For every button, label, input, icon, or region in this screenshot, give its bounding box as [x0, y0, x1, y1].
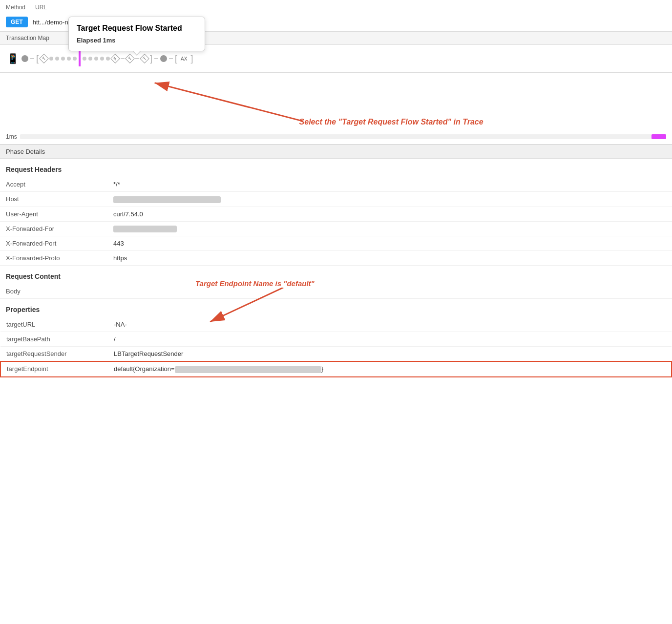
prop-key-targetendpoint: targetEndpoint — [0, 361, 108, 377]
header-key-host: Host — [0, 192, 107, 207]
table-row: User-Agent curl/7.54.0 — [0, 207, 672, 221]
prop-val-targetrequestsender: LBTargetRequestSender — [108, 347, 672, 362]
timeline-label: 1ms — [6, 133, 17, 140]
connector-1 — [30, 58, 34, 59]
header-key-xforwardedproto: X-Forwarded-Proto — [0, 251, 107, 266]
connector-5 — [169, 58, 173, 59]
prop-val-targeturl: -NA- — [108, 317, 672, 332]
header-val-xforwardedfor — [107, 221, 672, 236]
tooltip-arrow — [132, 51, 141, 56]
table-row-targetendpoint: targetEndpoint default{Organization= } — [0, 361, 672, 377]
device-icon: 📱 — [6, 52, 20, 65]
mini-circle-9 — [100, 57, 104, 61]
node-circle-2 — [160, 55, 167, 62]
table-row: X-Forwarded-Port 443 — [0, 236, 672, 251]
mini-circle-6 — [83, 57, 86, 61]
svg-line-3 — [210, 288, 283, 322]
node-ax[interactable]: AX — [179, 56, 189, 62]
url-label: URL — [35, 4, 47, 11]
annotation2-arrow — [195, 288, 342, 327]
prop-key-targetbasepath: targetBasePath — [0, 332, 108, 347]
method-label: Method — [6, 4, 25, 11]
table-row: targetRequestSender LBTargetRequestSende… — [0, 347, 672, 362]
bracket-right-2: ] — [190, 54, 193, 63]
diamond-t3[interactable]: T — [141, 55, 148, 62]
header-val-accept: */* — [107, 177, 672, 192]
header-key-xforwardedfor: X-Forwarded-For — [0, 221, 107, 236]
annotation2-text: Target Endpoint Name is "default" — [195, 279, 342, 288]
diamond-t2[interactable]: T — [126, 55, 133, 62]
content-val-body — [107, 284, 672, 299]
table-row: Host — [0, 192, 672, 207]
mini-circle-7 — [88, 57, 92, 61]
arrow-annotation: Select the "Target Request Flow Started"… — [6, 73, 666, 131]
request-content-wrapper: Target Endpoint Name is "default" Body — [0, 284, 672, 299]
bracket-right-1: ] — [150, 54, 152, 63]
tooltip-title: Target Request Flow Started — [77, 24, 195, 33]
bracket-left-1: [ — [36, 54, 39, 63]
mini-circle-10 — [106, 57, 110, 61]
transaction-map-label: Transaction Map — [6, 35, 49, 42]
timeline-fill — [651, 134, 666, 139]
blurred-org — [175, 366, 321, 373]
diamond-t1[interactable]: T — [41, 55, 47, 62]
connector-4 — [154, 58, 158, 59]
header-key-xforwardedport: X-Forwarded-Port — [0, 236, 107, 251]
content-key-body: Body — [0, 284, 107, 299]
top-bar: GET htt.../demo-noactivetargets Target R… — [0, 13, 672, 32]
mini-circle-4 — [67, 57, 71, 61]
timeline-track — [20, 134, 666, 139]
connector-2 — [121, 58, 125, 59]
table-row: Accept */* — [0, 177, 672, 192]
prop-val-targetbasepath: / — [108, 332, 672, 347]
tooltip-popup: Target Request Flow Started Elapsed 1ms — [68, 17, 205, 51]
prop-key-targeturl: targetURL — [0, 317, 108, 332]
blurred-host — [113, 196, 221, 203]
request-headers-table: Accept */* Host User-Agent curl/7.54.0 X… — [0, 177, 672, 266]
header-val-host — [107, 192, 672, 207]
elapsed-label: Elapsed — [77, 37, 101, 44]
table-row: X-Forwarded-Proto https — [0, 251, 672, 266]
header-key-accept: Accept — [0, 177, 107, 192]
mini-circle-2 — [55, 57, 59, 61]
phase-details-header: Phase Details — [0, 145, 672, 159]
table-row: targetBasePath / — [0, 332, 672, 347]
diamond-f[interactable]: F — [112, 55, 119, 62]
table-row: X-Forwarded-For — [0, 221, 672, 236]
mini-circle-3 — [61, 57, 65, 61]
prop-val-targetendpoint: default{Organization= } — [108, 361, 672, 377]
mini-circle-5 — [73, 57, 77, 61]
trace-row: 📱 [ T F T — [6, 50, 666, 67]
prop-key-targetrequestsender: targetRequestSender — [0, 347, 108, 362]
mini-circle-8 — [94, 57, 98, 61]
header-val-xforwardedport: 443 — [107, 236, 672, 251]
timeline-bar-area: 1ms — [0, 131, 672, 145]
annotation1-text: Select the "Target Request Flow Started"… — [299, 118, 483, 126]
timeline-row: 1ms — [6, 133, 666, 140]
connector-3 — [135, 58, 139, 59]
node-circle-1 — [21, 55, 28, 62]
highlight-pipe[interactable] — [79, 51, 81, 66]
request-headers-title: Request Headers — [0, 159, 672, 177]
method-button[interactable]: GET — [6, 17, 28, 27]
header-val-xforwardedproto: https — [107, 251, 672, 266]
svg-line-1 — [155, 83, 304, 122]
mini-circle-1 — [49, 57, 53, 61]
header-key-useragent: User-Agent — [0, 207, 107, 221]
blurred-xforwardedfor — [113, 226, 177, 232]
header-val-useragent: curl/7.54.0 — [107, 207, 672, 221]
annotation2-container: Target Endpoint Name is "default" — [195, 279, 342, 327]
tooltip-elapsed: Elapsed 1ms — [77, 37, 195, 44]
bracket-left-2: [ — [175, 54, 177, 63]
elapsed-value: 1ms — [103, 37, 115, 44]
